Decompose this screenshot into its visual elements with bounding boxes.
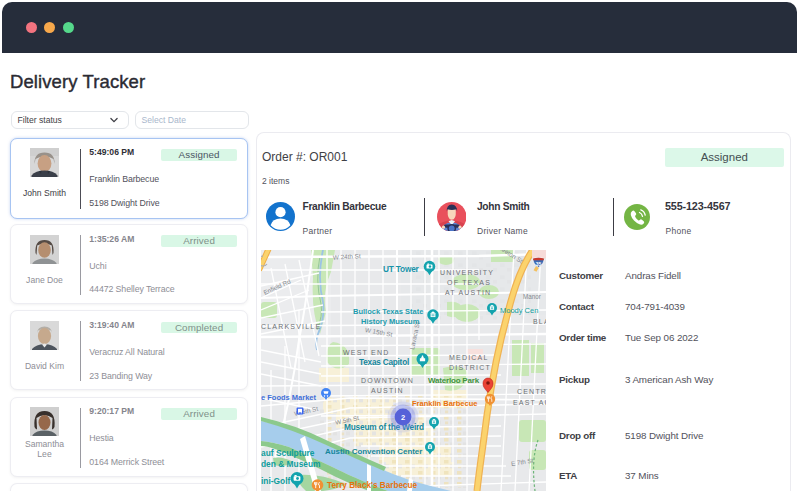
svg-text:e Foods Market: e Foods Market	[261, 393, 317, 402]
svg-text:Austin Convention Center: Austin Convention Center	[325, 447, 422, 456]
svg-text:Terry Black's Barbecue: Terry Black's Barbecue	[327, 481, 418, 490]
svg-text:Texas Capitol: Texas Capitol	[359, 358, 409, 367]
svg-text:DOWNTOWN: DOWNTOWN	[361, 377, 414, 384]
svg-text:35: 35	[536, 261, 542, 267]
svg-text:History Museum: History Museum	[361, 317, 420, 326]
svg-text:DISTRICT: DISTRICT	[449, 364, 491, 371]
svg-text:Manor: Manor	[523, 293, 541, 300]
svg-text:Waterloo Park: Waterloo Park	[428, 376, 480, 385]
svg-text:Franklin Barbecue: Franklin Barbecue	[412, 399, 477, 408]
svg-text:OF TEXAS: OF TEXAS	[447, 279, 491, 286]
svg-text:Bullock Texas State: Bullock Texas State	[353, 307, 423, 316]
svg-text:CLARKSVILLE: CLARKSVILLE	[261, 323, 321, 330]
svg-text:CENTR: CENTR	[517, 388, 546, 395]
svg-text:AUSTIN: AUSTIN	[371, 387, 404, 394]
svg-text:W 24th St: W 24th St	[333, 252, 361, 260]
svg-text:UNIVERSITY: UNIVERSITY	[440, 269, 494, 276]
svg-text:EAST AUS: EAST AUS	[513, 399, 546, 406]
svg-text:UT Tower: UT Tower	[383, 264, 420, 274]
svg-text:AT AUSTIN: AT AUSTIN	[445, 289, 491, 296]
svg-text:2: 2	[401, 413, 405, 422]
svg-text:den & Museum: den & Museum	[261, 459, 321, 469]
svg-text:auf Sculpture: auf Sculpture	[261, 448, 315, 458]
svg-text:WEST END: WEST END	[343, 349, 389, 356]
svg-text:MEDICAL: MEDICAL	[449, 354, 489, 361]
svg-text:BLAC: BLAC	[533, 318, 546, 325]
svg-text:Moody Cen: Moody Cen	[500, 306, 538, 315]
svg-text:ini-Golf: ini-Golf	[261, 476, 291, 486]
